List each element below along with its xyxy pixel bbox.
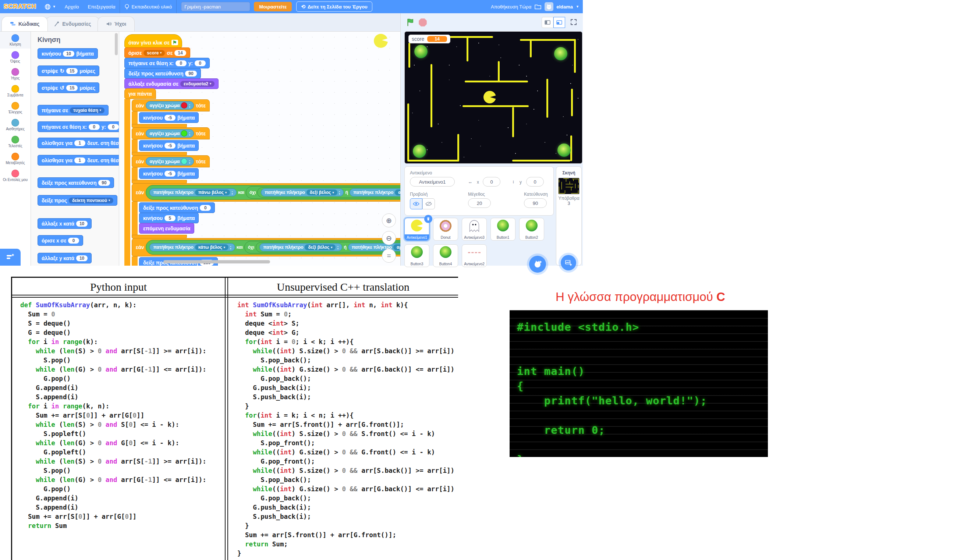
add-extension-button[interactable] [0,249,21,265]
y-input[interactable]: 0 [526,177,544,187]
sidebar-item-Αισθητήρες[interactable]: Αισθητήρες [0,116,31,133]
scratch-c-block[interactable]: εάνπατήθηκε πλήκτρο πάνω βέλος▾ ;καιόχιπ… [132,184,400,239]
sidebar-item-Έλεγχος[interactable]: Έλεγχος [0,99,31,116]
block-dropdown[interactable]: δείκτη ποντικιού▾ [69,198,113,203]
color-swatch[interactable] [181,102,187,109]
condition-pill[interactable]: αγγίζει χρώμα ; [146,129,194,138]
color-swatch[interactable] [181,130,187,137]
orb-sprite[interactable] [557,143,571,157]
scratch-block[interactable]: δείξε προς κατεύθυνση 0 [139,202,215,213]
normal-stage-button[interactable] [554,17,565,28]
sidebar-item-Μεταβλητές[interactable]: Μεταβλητές [0,150,31,167]
hide-sprite-button[interactable] [422,198,435,209]
sidebar-item-Τελεστές[interactable]: Τελεστές [0,133,31,150]
sprite-item-Αντικείμενο1[interactable]: Αντικείμενο1 [404,218,429,241]
condition-pill[interactable]: αγγίζει χρώμα ; [146,157,194,166]
condition-pill[interactable]: πατήθηκε πλήκτρο δεξί βέλος▾ ;ήπατήθηκε … [256,242,400,252]
block-input[interactable]: -5 [164,171,176,177]
tab-code[interactable]: Κώδικας [2,16,48,31]
condition-pill[interactable]: αγγίζει χρώμα ; [146,101,194,110]
block-input[interactable]: 0 [176,60,187,66]
scratch-block[interactable]: δείξε προς δείκτη ποντικιού▾ [37,195,117,206]
language-selector[interactable]: ▼ [40,0,60,13]
sprite-item-Button3[interactable]: Button3 [404,244,429,267]
sidebar-item-Οι Εντολές μου[interactable]: Οι Εντολές μου [0,167,31,184]
scratch-c-block[interactable]: εάναγγίζει χρώμα ;τότεκινήσου -5 βήματα [132,100,210,128]
zoom-reset-button[interactable]: = [382,249,396,263]
show-sprite-button[interactable] [410,198,422,209]
block-dropdown[interactable]: κάτω βέλος▾ [195,244,228,250]
zoom-in-button[interactable]: ⊕ [382,213,396,227]
pacman-sprite[interactable] [484,91,496,103]
sidebar-item-Συμβάντα[interactable]: Συμβάντα [0,82,31,99]
delete-sprite-button[interactable] [424,215,432,223]
block-dropdown[interactable]: πάνω βέλος▾ [195,189,230,195]
share-button[interactable]: Μοιραστείτε [254,2,292,11]
scratch-block[interactable]: όρισε score▾ σε 14 [124,47,190,58]
block-input[interactable]: 15 [66,85,78,91]
add-backdrop-button[interactable] [561,255,576,270]
orb-sprite[interactable] [413,145,426,158]
condition-pill[interactable]: πατήθηκε πλήκτρο πάνω βέλος▾ ; [150,188,236,197]
add-sprite-button[interactable] [529,256,546,273]
scratch-c-block[interactable]: εάναγγίζει χρώμα ;τότεκινήσου -5 βήματα [132,156,210,184]
sprite-item-Button1[interactable]: Button1 [490,218,516,241]
block-input[interactable]: 0 [68,238,79,244]
block-dropdown[interactable]: αριστερό βέλος▾ [395,189,400,195]
sprite-item-Donut[interactable]: Donut [433,218,458,241]
scratch-block[interactable]: κινήσου -5 βήματα [139,112,199,123]
size-input[interactable]: 20 [468,198,491,208]
sprite-name-input[interactable]: Αντικείμενο1 [410,177,455,187]
block-input[interactable]: 10 [63,51,74,57]
direction-input[interactable]: 90 [524,198,547,208]
scratch-c-block[interactable]: εάναγγίζει χρώμα ;τότεκινήσου -5 βήματα [132,128,210,156]
scratch-block[interactable]: άλλαξε x κατά 10 [37,218,91,229]
chevron-down-icon[interactable]: ▼ [576,5,579,8]
scratch-logo[interactable]: SCRATCH [0,3,40,10]
scratch-block[interactable]: πήγαινε σε θέση x: 0 y: 0 [37,121,119,132]
block-input[interactable]: 0 [89,124,100,130]
scratch-block[interactable]: πήγαινε σε τυχαία θέση▾ [37,105,109,116]
folder-icon[interactable] [534,4,542,10]
block-input[interactable]: 1 [74,158,85,163]
condition-pill[interactable]: όχιπατήθηκε πλήκτρο δεξί βέλος▾ ;ήπατήθη… [246,186,400,199]
menu-tutorials[interactable]: Εκπαιδευτικό υλικό [120,0,176,13]
block-input[interactable]: -5 [164,143,176,149]
condition-pill[interactable]: πατήθηκε πλήκτρο κάτω βέλος▾ ;καιόχιπατή… [146,240,400,255]
save-now-link[interactable]: Αποθήκευση Τώρα [491,4,531,10]
green-flag-button[interactable] [406,18,415,27]
scratch-block[interactable]: όταν γίνει κλικ σε ⚑ [124,34,182,48]
scratch-block[interactable]: κινήσου -5 βήματα [139,140,199,151]
zoom-out-button[interactable]: ⊖ [382,231,396,245]
horizontal-scrollbar[interactable] [163,260,270,264]
sidebar-item-Κίνηση[interactable]: Κίνηση [0,32,31,49]
scratch-block[interactable]: στρίψε ↺15 μοίρες [37,82,99,93]
condition-pill[interactable]: πατήθηκε πλήκτρο δεξί βέλος▾ ; [259,243,342,251]
sprite-item-Αντικείμενο3[interactable]: Αντικείμενο3 [462,218,487,241]
scratch-block[interactable]: ολίσθησε για 1 δευτ. στη θέση x: 0 y: 0 [37,155,119,166]
stop-button[interactable] [418,18,427,27]
block-input[interactable]: 10 [76,221,88,227]
block-input[interactable]: 90 [98,180,110,186]
tab-costumes[interactable]: Ενδυμασίες [46,16,99,31]
orb-sprite[interactable] [414,45,428,58]
sidebar-item-Ήχος[interactable]: Ήχος [0,65,31,82]
scratch-block[interactable]: ολίσθησε για 1 δευτ. στη θέση τυχαία θέσ… [37,138,119,148]
sprite-item-Button2[interactable]: Button2 [519,218,544,241]
scratch-block[interactable]: δείξε προς κατεύθυνση 90 [37,177,114,188]
block-input[interactable]: 90 [185,71,197,77]
project-title-input[interactable] [181,2,250,11]
project-page-button[interactable]: ⟲ Δείτε τη Σελίδα του Έργου [296,2,372,12]
scratch-block[interactable]: εάνπατήθηκε πλήκτρο πάνω βέλος▾ ;καιόχιπ… [132,183,400,202]
scratch-block[interactable]: κινήσου 5 βήματα [139,213,199,223]
scratch-block[interactable]: για πάντα [124,88,156,99]
block-dropdown[interactable]: score▾ [143,50,165,56]
block-input[interactable]: 10 [76,256,88,261]
block-input[interactable]: 0 [195,60,206,66]
condition-pill[interactable]: πατήθηκε πλήκτρο δεξί βέλος▾ ;ήπατήθηκε … [257,187,400,198]
block-input[interactable]: 0 [200,205,211,211]
scratch-block[interactable]: κινήσου -5 βήματα [139,168,199,179]
scratch-block[interactable]: εάνπατήθηκε πλήκτρο κάτω βέλος▾ ;καιόχιπ… [132,238,400,256]
block-input[interactable]: 14 [174,50,186,56]
variable-display[interactable]: score 14 [409,34,450,44]
